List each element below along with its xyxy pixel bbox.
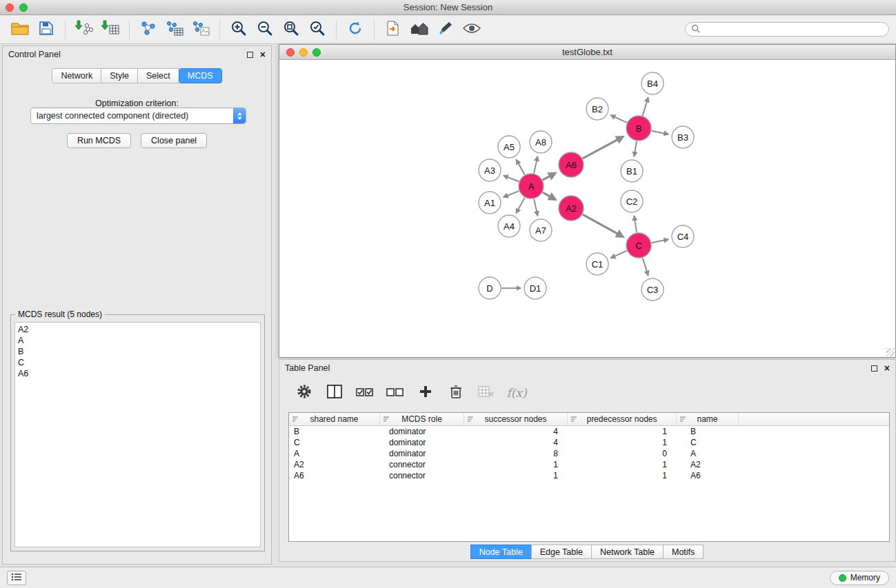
- table-cell[interactable]: 8: [464, 448, 568, 459]
- annotation-button[interactable]: [432, 18, 459, 41]
- graph-node-A5[interactable]: A5: [498, 136, 520, 158]
- graph-node-B[interactable]: B: [626, 116, 651, 141]
- graph-edge-A-A6[interactable]: [543, 173, 556, 180]
- table-cell[interactable]: 1: [568, 459, 677, 470]
- tab-motifs[interactable]: Motifs: [663, 545, 704, 559]
- table-cell[interactable]: C: [289, 437, 380, 448]
- table-row[interactable]: Bdominator41B: [289, 426, 889, 437]
- column-header-name[interactable]: name: [677, 413, 739, 425]
- memory-button[interactable]: Memory: [830, 571, 889, 585]
- graph-node-B4[interactable]: B4: [641, 72, 664, 94]
- mcds-result-item[interactable]: B: [15, 346, 260, 357]
- table-cell[interactable]: dominator: [380, 437, 464, 448]
- table-cell[interactable]: 4: [464, 437, 568, 448]
- float-table-panel-icon[interactable]: [871, 365, 877, 372]
- graph-node-A2[interactable]: A2: [559, 196, 584, 221]
- mcds-result-item[interactable]: A6: [15, 368, 260, 379]
- graph-edge-A-A7[interactable]: [534, 199, 537, 216]
- column-header-MCDS-role[interactable]: MCDS role: [380, 413, 464, 425]
- graph-edge-C-C4[interactable]: [652, 239, 668, 243]
- zoom-fit-button[interactable]: [278, 18, 304, 41]
- close-table-panel-icon[interactable]: ×: [884, 365, 890, 372]
- graph-node-C1[interactable]: C1: [586, 253, 608, 275]
- create-column-button[interactable]: [413, 381, 438, 405]
- float-panel-icon[interactable]: [247, 52, 253, 58]
- deselect-all-button[interactable]: [383, 381, 408, 405]
- table-cell[interactable]: A: [677, 448, 739, 459]
- table-cell[interactable]: B: [677, 426, 739, 437]
- graph-node-D[interactable]: D: [479, 277, 501, 299]
- table-row[interactable]: A6connector11A6: [289, 470, 889, 481]
- select-all-button[interactable]: [352, 381, 377, 405]
- zoom-window-button[interactable]: [19, 3, 28, 12]
- graph-node-A3[interactable]: A3: [479, 159, 501, 181]
- tab-select[interactable]: Select: [137, 68, 179, 83]
- tab-mcds[interactable]: MCDS: [179, 68, 222, 83]
- graph-node-A[interactable]: A: [519, 174, 544, 199]
- graph-edge-A6-B[interactable]: [583, 136, 624, 159]
- tab-network-table[interactable]: Network Table: [591, 545, 664, 559]
- mcds-result-item[interactable]: A: [15, 335, 260, 346]
- graph-edge-B-B1[interactable]: [634, 141, 637, 156]
- home-button[interactable]: [406, 18, 432, 41]
- mcds-result-item[interactable]: C: [15, 357, 260, 368]
- graph-edge-B-B3[interactable]: [652, 131, 668, 134]
- session-file-button[interactable]: [380, 18, 406, 41]
- graph-node-B2[interactable]: B2: [586, 98, 608, 120]
- task-history-button[interactable]: [7, 571, 26, 585]
- table-cell[interactable]: B: [289, 426, 380, 437]
- graph-edge-C-C2[interactable]: [634, 216, 637, 232]
- graph-node-C2[interactable]: C2: [621, 190, 643, 212]
- import-table-button[interactable]: [97, 18, 123, 41]
- run-mcds-button[interactable]: Run MCDS: [67, 133, 131, 148]
- export-network-image-button[interactable]: [188, 18, 214, 41]
- graph-node-C4[interactable]: C4: [672, 225, 694, 247]
- table-cell[interactable]: 1: [568, 470, 677, 481]
- graph-edge-B-B2[interactable]: [611, 115, 627, 123]
- network-window-titlebar[interactable]: testGlobe.txt: [279, 45, 895, 60]
- tab-network[interactable]: Network: [52, 68, 101, 83]
- table-row[interactable]: Cdominator41C: [289, 437, 889, 448]
- table-cell[interactable]: A6: [289, 470, 380, 481]
- mcds-result-list[interactable]: A2ABCA6: [14, 322, 261, 547]
- graph-edge-A2-C[interactable]: [583, 214, 624, 236]
- table-cell[interactable]: A2: [677, 459, 739, 470]
- graph-edge-C-C1[interactable]: [611, 251, 627, 258]
- graph-edge-A-A5[interactable]: [517, 160, 525, 175]
- graph-node-B1[interactable]: B1: [621, 160, 643, 182]
- minimize-network-window-button[interactable]: [299, 48, 308, 57]
- table-row[interactable]: A2connector11A2: [289, 459, 889, 470]
- graph-node-A8[interactable]: A8: [530, 131, 552, 153]
- save-session-button[interactable]: [33, 18, 59, 41]
- graph-edge-A-A4[interactable]: [516, 198, 524, 213]
- table-cell[interactable]: connector: [380, 459, 464, 470]
- resize-grip[interactable]: [886, 348, 895, 356]
- search-input[interactable]: [703, 25, 883, 34]
- close-network-window-button[interactable]: [286, 48, 295, 57]
- graph-node-A1[interactable]: A1: [479, 192, 501, 214]
- network-from-table-button[interactable]: [161, 18, 188, 41]
- table-cell[interactable]: A6: [677, 470, 739, 481]
- graph-node-A6[interactable]: A6: [559, 152, 584, 177]
- optimization-criterion-select[interactable]: largest connected component (directed): [30, 108, 246, 124]
- new-network-button[interactable]: [135, 18, 161, 41]
- graph-edge-A-A2[interactable]: [543, 192, 556, 199]
- mcds-result-item[interactable]: A2: [15, 324, 260, 335]
- table-cell[interactable]: 1: [464, 470, 568, 481]
- open-file-button[interactable]: [7, 18, 33, 41]
- table-cell[interactable]: dominator: [380, 448, 464, 459]
- graph-node-A7[interactable]: A7: [530, 219, 552, 241]
- zoom-network-window-button[interactable]: [312, 48, 321, 57]
- graph-edge-A-A3[interactable]: [504, 176, 519, 181]
- close-window-button[interactable]: [6, 3, 14, 12]
- table-cell[interactable]: connector: [380, 470, 464, 481]
- table-cell[interactable]: 1: [568, 426, 677, 437]
- delete-column-button[interactable]: [444, 381, 468, 405]
- zoom-in-button[interactable]: [226, 18, 252, 41]
- column-header-predecessor-nodes[interactable]: predecessor nodes: [568, 413, 677, 425]
- graph-node-D1[interactable]: D1: [524, 277, 546, 299]
- titlebar[interactable]: Session: New Session: [0, 0, 896, 15]
- import-network-button[interactable]: [71, 18, 97, 41]
- zoom-selected-button[interactable]: [304, 18, 330, 41]
- function-builder-button[interactable]: f(x): [504, 381, 529, 405]
